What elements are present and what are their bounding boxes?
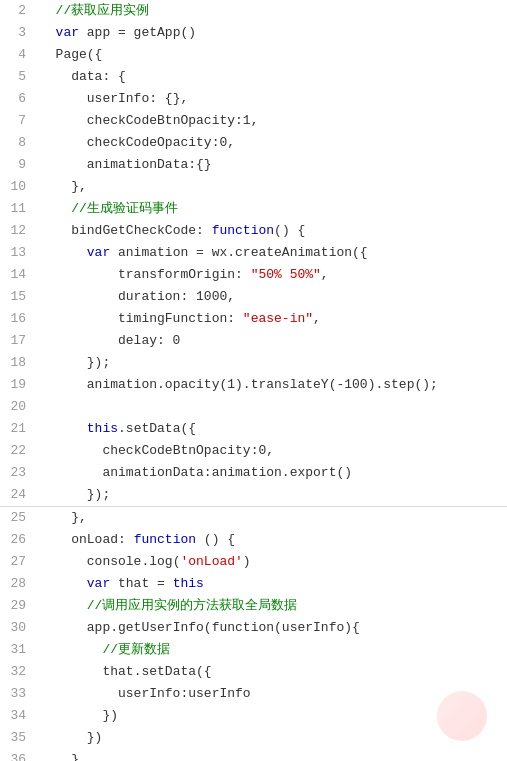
code-line: 15 duration: 1000,	[0, 286, 507, 308]
code-line: 8 checkCodeOpacity:0,	[0, 132, 507, 154]
code-line: 27 console.log('onLoad')	[0, 551, 507, 573]
code-line: 20	[0, 396, 507, 418]
line-number: 27	[0, 551, 36, 573]
line-content: userInfo: {},	[36, 88, 507, 110]
line-content: var animation = wx.createAnimation({	[36, 242, 507, 264]
line-number: 31	[0, 639, 36, 661]
line-content: animationData:{}	[36, 154, 507, 176]
code-line: 23 animationData:animation.export()	[0, 462, 507, 484]
watermark	[437, 691, 487, 741]
line-content: //获取应用实例	[36, 0, 507, 22]
line-number: 8	[0, 132, 36, 154]
code-editor: 2 //获取应用实例3 var app = getApp()4 Page({5 …	[0, 0, 507, 761]
code-line: 22 checkCodeBtnOpacity:0,	[0, 440, 507, 462]
line-number: 7	[0, 110, 36, 132]
code-line: 25 },	[0, 507, 507, 529]
line-number: 11	[0, 198, 36, 220]
code-line: 31 //更新数据	[0, 639, 507, 661]
code-line: 10 },	[0, 176, 507, 198]
line-number: 26	[0, 529, 36, 551]
line-number: 28	[0, 573, 36, 595]
line-number: 19	[0, 374, 36, 396]
line-number: 14	[0, 264, 36, 286]
line-number: 5	[0, 66, 36, 88]
line-number: 3	[0, 22, 36, 44]
line-number: 10	[0, 176, 36, 198]
line-content: transformOrigin: "50% 50%",	[36, 264, 507, 286]
code-line: 4 Page({	[0, 44, 507, 66]
code-line: 28 var that = this	[0, 573, 507, 595]
line-content: delay: 0	[36, 330, 507, 352]
code-line: 34 })	[0, 705, 507, 727]
line-number: 21	[0, 418, 36, 440]
line-content: Page({	[36, 44, 507, 66]
code-line: 32 that.setData({	[0, 661, 507, 683]
code-line: 26 onLoad: function () {	[0, 529, 507, 551]
code-line: 16 timingFunction: "ease-in",	[0, 308, 507, 330]
code-line: 18 });	[0, 352, 507, 374]
line-content: checkCodeOpacity:0,	[36, 132, 507, 154]
line-number: 34	[0, 705, 36, 727]
line-number: 32	[0, 661, 36, 683]
line-number: 9	[0, 154, 36, 176]
line-number: 12	[0, 220, 36, 242]
line-content: checkCodeBtnOpacity:0,	[36, 440, 507, 462]
code-line: 14 transformOrigin: "50% 50%",	[0, 264, 507, 286]
line-content: checkCodeBtnOpacity:1,	[36, 110, 507, 132]
line-number: 20	[0, 396, 36, 418]
line-content: duration: 1000,	[36, 286, 507, 308]
line-number: 2	[0, 0, 36, 22]
line-number: 35	[0, 727, 36, 749]
line-content: })	[36, 727, 507, 749]
code-line: 7 checkCodeBtnOpacity:1,	[0, 110, 507, 132]
line-number: 36	[0, 749, 36, 761]
line-number: 16	[0, 308, 36, 330]
code-line: 3 var app = getApp()	[0, 22, 507, 44]
line-content: bindGetCheckCode: function() {	[36, 220, 507, 242]
line-number: 17	[0, 330, 36, 352]
line-number: 6	[0, 88, 36, 110]
line-number: 25	[0, 507, 36, 529]
line-content: userInfo:userInfo	[36, 683, 507, 705]
code-line: 17 delay: 0	[0, 330, 507, 352]
line-content: },	[36, 176, 507, 198]
line-content: //生成验证码事件	[36, 198, 507, 220]
code-line: 9 animationData:{}	[0, 154, 507, 176]
code-line: 30 app.getUserInfo(function(userInfo){	[0, 617, 507, 639]
line-content: data: {	[36, 66, 507, 88]
code-line: 29 //调用应用实例的方法获取全局数据	[0, 595, 507, 617]
line-content: }	[36, 749, 507, 761]
code-line: 36 }	[0, 749, 507, 761]
line-content: });	[36, 484, 507, 506]
line-content: that.setData({	[36, 661, 507, 683]
line-content: },	[36, 507, 507, 529]
code-line: 12 bindGetCheckCode: function() {	[0, 220, 507, 242]
line-content: app.getUserInfo(function(userInfo){	[36, 617, 507, 639]
code-line: 35 })	[0, 727, 507, 749]
code-line: 19 animation.opacity(1).translateY(-100)…	[0, 374, 507, 396]
line-number: 18	[0, 352, 36, 374]
code-line: 13 var animation = wx.createAnimation({	[0, 242, 507, 264]
line-content: //调用应用实例的方法获取全局数据	[36, 595, 507, 617]
line-number: 13	[0, 242, 36, 264]
line-number: 29	[0, 595, 36, 617]
line-content: timingFunction: "ease-in",	[36, 308, 507, 330]
line-content: var that = this	[36, 573, 507, 595]
code-line: 2 //获取应用实例	[0, 0, 507, 22]
line-content: });	[36, 352, 507, 374]
code-line: 5 data: {	[0, 66, 507, 88]
line-number: 15	[0, 286, 36, 308]
line-content: animation.opacity(1).translateY(-100).st…	[36, 374, 507, 396]
line-content: console.log('onLoad')	[36, 551, 507, 573]
line-number: 24	[0, 484, 36, 506]
code-line: 21 this.setData({	[0, 418, 507, 440]
line-content: onLoad: function () {	[36, 529, 507, 551]
line-number: 4	[0, 44, 36, 66]
line-number: 22	[0, 440, 36, 462]
line-content: //更新数据	[36, 639, 507, 661]
line-number: 23	[0, 462, 36, 484]
code-line: 24 });	[0, 484, 507, 507]
line-content: animationData:animation.export()	[36, 462, 507, 484]
line-content: var app = getApp()	[36, 22, 507, 44]
line-number: 30	[0, 617, 36, 639]
